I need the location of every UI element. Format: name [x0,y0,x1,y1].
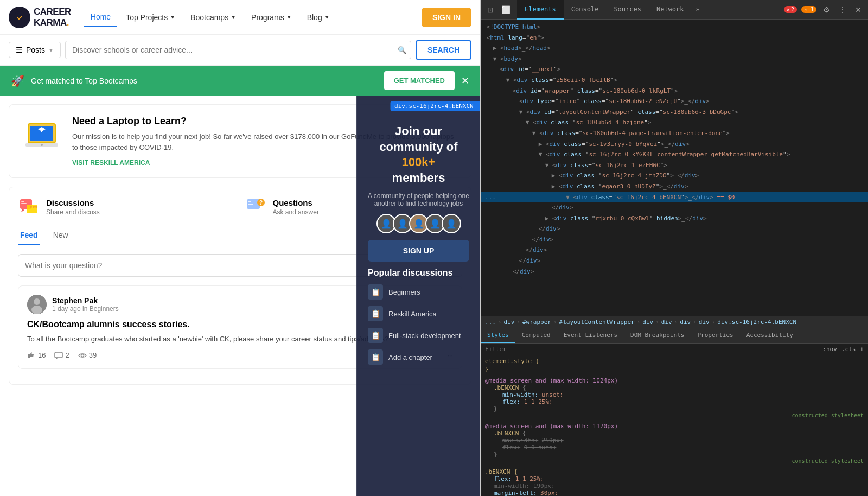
tab-feed[interactable]: Feed [18,226,40,245]
search-bar: ☰ Posts ▼ 🔍 SEARCH [0,35,480,66]
signin-button[interactable]: SIGN IN [422,8,471,27]
discussions-tab-item[interactable]: Discussions Share and discuss [18,196,236,218]
styles-tab-accessibility[interactable]: Accessibility [740,328,800,343]
popular-item-4[interactable]: 📋 Add a chapter [368,349,469,365]
get-matched-button[interactable]: GET MATCHED [384,71,455,90]
breadcrumb-div3[interactable]: div [661,319,672,326]
style-prop-flex-benxcn: flex: 1 1 25%; [485,475,864,482]
popular-item-2[interactable]: 📋 Reskill America [368,306,469,321]
views-stat[interactable]: 39 [78,351,97,360]
tab-console[interactable]: Console [564,0,607,20]
nav-top-projects[interactable]: Top Projects ▼ [119,9,182,26]
devtools-more-tabs[interactable]: » [692,6,704,13]
breadcrumb-div2[interactable]: div [642,319,653,326]
posts-dropdown[interactable]: ☰ Posts ▼ [9,42,61,58]
likes-stat[interactable]: 16 [27,351,46,360]
dom-line-close2[interactable]: </div> [481,224,868,234]
popular-item-1[interactable]: 📋 Beginners [368,284,469,300]
styles-tab-computed[interactable]: Computed [515,328,557,343]
styles-filter-input[interactable] [485,346,818,353]
dom-line-doctype[interactable]: <!DOCTYPE html> [481,22,868,33]
tab-network[interactable]: Network [649,0,692,20]
nav-programs[interactable]: Programs ▼ [245,9,298,26]
dom-line-ezehwc[interactable]: ▼ <div class="sc-16j2rc-1 ezEHWC"> [481,160,868,171]
author-meta: Stephen Pak 1 day ago in Beginners [52,296,119,313]
dom-line-wrapper[interactable]: <div id="wrapper" class="sc-180ub6d-0 lk… [481,86,868,97]
style-prop-flex-1170: flex: 0 0 auto; [485,444,864,451]
cls-label[interactable]: .cls [841,346,856,353]
styles-panel: Styles Computed Event Listeners DOM Brea… [481,328,868,496]
join-count: 100k+ [402,155,436,169]
site-logo[interactable]: CAREERKARMA. [9,7,71,28]
popular-item-3[interactable]: 📋 Full-stack development [368,328,469,343]
devtools-options-button[interactable]: ⋮ [837,4,848,15]
dom-line-jthdoo[interactable]: ▶ <div class="sc-16j2rc-4 jthZDO">_</div… [481,170,868,181]
devtools-cursor-button[interactable]: ⊡ [485,4,496,15]
dom-line-hudioyz[interactable]: ▶ <div class="egaor3-0 hUDIyZ">_</div> [481,181,868,192]
banner-close-button[interactable]: ✕ [461,75,469,87]
devtools-close-button[interactable]: ✕ [853,4,864,15]
dom-line-head[interactable]: ▶ <head>_</head> [481,43,868,54]
dom-line-benxcn-selected[interactable]: ... ▼ <div class="sc-16j2rc-4 bENXCN">_<… [481,192,868,203]
dom-line-layout[interactable]: ▼ <div id="layoutContentWrapper" class="… [481,107,868,118]
styles-tab-event-listeners[interactable]: Event Listeners [557,328,624,343]
style-close-element: } [485,366,864,373]
svg-point-23 [81,354,84,357]
signup-button[interactable]: SIGN UP [368,240,469,262]
search-input[interactable] [65,41,411,59]
breadcrumb-layout[interactable]: #layoutContentWrapper [559,319,635,326]
tab-elements[interactable]: Elements [517,0,564,20]
nav-bootcamps[interactable]: Bootcamps ▼ [184,9,242,26]
dom-line-close4[interactable]: </div> [481,245,868,256]
visit-link[interactable]: VISIT RESKILL AMERICA [72,159,150,167]
logo-text: CAREERKARMA. [34,7,71,28]
dom-line-close3[interactable]: </div> [481,234,868,245]
dom-line-close6[interactable]: </div> [481,266,868,277]
tooltip-selector: div.sc-16j2rc-4.bENXCN [394,103,474,110]
author-avatar [27,295,47,314]
tab-sources[interactable]: Sources [606,0,649,20]
dom-line-bYgVei[interactable]: ▶ <div class="sc-1v3iryy-0 bYgVei">_</di… [481,139,868,150]
tab-new[interactable]: New [51,226,71,245]
dom-line-cqxbwl[interactable]: ▶ <div class="rjxrbu-0 cQxBwl" hidden>_<… [481,213,868,224]
breadcrumb-div4[interactable]: div [680,319,691,326]
nav-home[interactable]: Home [84,8,117,27]
devtools-settings-button[interactable]: ⚙ [821,4,832,15]
dom-line-transition[interactable]: ▼ <div class="sc-180ub6d-4 page-transiti… [481,128,868,139]
hov-label[interactable]: :hov [822,346,837,353]
popular-label-1: Beginners [388,288,420,296]
style-rule-1024: @media screen and (max-width: 1024px) .b… [485,377,864,418]
style-prop-minwidth-1024: min-width: unset; [485,391,864,398]
svg-point-20 [34,298,40,305]
popular-icon-3: 📋 [368,328,383,343]
dom-line-contentwrapper[interactable]: ▼ <div class="sc-16j2rc-0 kYGKKF content… [481,149,868,160]
comments-stat[interactable]: 2 [54,351,69,360]
style-benxcn-1170: .bENXCN { [485,430,864,437]
dom-line-z58[interactable]: ▼ <div class="z58oii-0 fbcIlB"> [481,75,868,86]
dom-line-close1[interactable]: </div> [481,202,868,213]
style-source-1170: constructed stylesheet [485,458,864,464]
dom-line-next[interactable]: <div id="__next"> [481,64,868,75]
likes-count: 16 [38,351,46,359]
promo-banner: 🚀 Get matched to Top Bootcamps GET MATCH… [0,66,480,96]
search-button[interactable]: SEARCH [416,40,471,60]
dom-line-intro[interactable]: <div type="intro" class="sc-180ub6d-2 eN… [481,96,868,107]
popular-label-2: Reskill America [388,310,437,318]
add-style-btn[interactable]: + [860,346,864,353]
dom-line-close5[interactable]: </div> [481,256,868,266]
breadcrumb-div1[interactable]: div [504,319,515,326]
nav-blog[interactable]: Blog ▼ [301,9,336,26]
dom-line-html[interactable]: <html lang="en"> [481,33,868,43]
search-icon-button[interactable]: 🔍 [398,46,407,54]
dom-line-hzjqne[interactable]: ▼ <div class="sc-180ub6d-4 hzjqne"> [481,117,868,128]
breadcrumb-wrapper[interactable]: #wrapper [522,319,551,326]
styles-tab-properties[interactable]: Properties [691,328,739,343]
breadcrumb-dots[interactable]: ... [485,319,496,326]
breadcrumb-div5[interactable]: div [699,319,710,326]
dom-line-body[interactable]: ▼ <body> [481,54,868,65]
styles-tab-dom-breakpoints[interactable]: DOM Breakpoints [624,328,691,343]
breadcrumb-benxcn[interactable]: div.sc-16j2rc-4.bENXCN [717,319,796,326]
devtools-device-button[interactable]: ⬜ [499,4,513,15]
views-count: 39 [89,351,97,359]
styles-tab-styles[interactable]: Styles [481,328,515,343]
